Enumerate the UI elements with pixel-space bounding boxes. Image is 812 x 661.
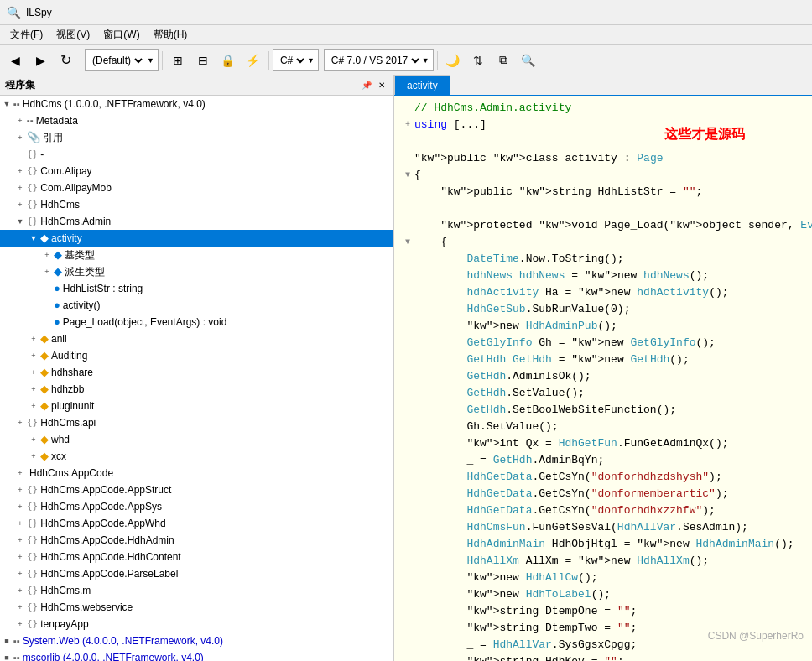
tree-expand-icon[interactable]: +: [27, 449, 40, 464]
sort-button[interactable]: ⇅: [466, 49, 490, 72]
tree-expand-icon[interactable]: +: [13, 197, 27, 212]
tree-item[interactable]: ▼▪▪HdhCms (1.0.0.0, .NETFramework, v4.0): [0, 96, 393, 112]
tree-expand-icon[interactable]: ■: [0, 650, 13, 661]
tree-item[interactable]: +{}HdhCms.AppCode.HdhAdmin: [0, 532, 393, 549]
tree-expand-icon[interactable]: +: [13, 466, 27, 481]
refresh-button[interactable]: ↻: [54, 49, 77, 72]
tree-expand-icon[interactable]: +: [13, 113, 27, 128]
tree-item[interactable]: ●HdhListStr : string: [0, 280, 393, 297]
tree-item[interactable]: +◆pluginunit: [0, 398, 393, 414]
tree-expand-icon[interactable]: ▼: [0, 96, 13, 112]
tree-expand-icon[interactable]: +: [13, 415, 27, 430]
tree-item[interactable]: +◆anli: [0, 330, 393, 347]
tree-item[interactable]: +{}tenpayApp: [0, 616, 393, 632]
tree-item[interactable]: +◆基类型: [0, 247, 393, 263]
tree-item[interactable]: ●Page_Load(object, EventArgs) : void: [0, 314, 393, 330]
forward-button[interactable]: ▶: [29, 49, 52, 72]
menu-file[interactable]: 文件(F): [3, 26, 49, 44]
tree-expand-icon[interactable]: +: [13, 617, 27, 632]
fold-button[interactable]: ▼: [401, 167, 414, 184]
version-dropdown[interactable]: C# 7.0 / VS 2017 ▼: [324, 49, 434, 71]
tree-expand-icon[interactable]: +: [27, 348, 40, 363]
assembly-dropdown[interactable]: (Default) ▼: [85, 49, 159, 71]
assembly-select[interactable]: (Default): [89, 54, 145, 67]
tree-expand-icon[interactable]: +: [13, 516, 27, 531]
tree-expand-icon[interactable]: +: [13, 482, 27, 497]
btn1[interactable]: ⊞: [166, 49, 190, 72]
tree-item[interactable]: +◆whd: [0, 431, 393, 448]
tree-expand-icon[interactable]: +: [13, 583, 27, 598]
tree-item[interactable]: ■▪▪System.Web (4.0.0.0, .NETFramework, v…: [0, 632, 393, 649]
search-button[interactable]: 🔍: [517, 49, 540, 72]
tree-item[interactable]: +◆hdhshare: [0, 364, 393, 381]
btn3[interactable]: 🔒: [216, 49, 240, 72]
panel-pin-button[interactable]: 📌: [360, 79, 373, 92]
tree-expand-icon[interactable]: +: [13, 130, 27, 145]
code-line: GetHdh.SetValue();: [401, 385, 805, 402]
namespace-icon: {}: [27, 147, 38, 162]
tree-label: 派生类型: [65, 264, 105, 279]
fold-button[interactable]: +: [401, 117, 414, 133]
tree-item[interactable]: ●activity(): [0, 297, 393, 314]
tree-item[interactable]: +{}Com.Alipay: [0, 163, 393, 180]
tree-expand-icon[interactable]: +: [27, 382, 40, 397]
lang-select[interactable]: C#: [277, 54, 307, 67]
lang-dropdown[interactable]: C# ▼: [273, 49, 319, 71]
assembly-tree[interactable]: ▼▪▪HdhCms (1.0.0.0, .NETFramework, v4.0)…: [0, 96, 393, 661]
tree-item[interactable]: +◆派生类型: [0, 263, 393, 280]
tree-item[interactable]: +◆hdhzbb: [0, 381, 393, 398]
menu-help[interactable]: 帮助(H): [147, 26, 195, 44]
tree-expand-icon[interactable]: +: [27, 432, 40, 447]
tree-item[interactable]: +{}HdhCms: [0, 196, 393, 213]
menu-window[interactable]: 窗口(W): [96, 26, 146, 44]
tree-item[interactable]: +{}HdhCms.AppCode.HdhContent: [0, 549, 393, 565]
tree-expand-icon[interactable]: +: [27, 398, 40, 414]
code-text: HdhAdminMain HdhObjHtgl = "kw">new HdhAd…: [414, 536, 794, 553]
tree-expand-icon[interactable]: +: [13, 180, 27, 195]
tree-expand-icon[interactable]: +: [27, 365, 40, 380]
tree-item[interactable]: {}-: [0, 146, 393, 163]
tree-expand-icon[interactable]: +: [13, 600, 27, 615]
tree-item[interactable]: +▪▪Metadata: [0, 112, 393, 129]
tree-expand-icon[interactable]: +: [27, 331, 40, 346]
tree-item[interactable]: +{}HdhCms.AppCode.AppStruct: [0, 481, 393, 498]
panel-close-button[interactable]: ✕: [375, 79, 388, 92]
tree-expand-icon[interactable]: +: [13, 164, 27, 179]
version-select[interactable]: C# 7.0 / VS 2017: [328, 54, 422, 67]
tree-expand-icon[interactable]: +: [40, 247, 54, 263]
tree-item[interactable]: +{}HdhCms.api: [0, 414, 393, 431]
back-button[interactable]: ◀: [3, 49, 27, 72]
tree-expand-icon[interactable]: +: [40, 264, 54, 279]
tree-expand-icon[interactable]: ■: [0, 633, 13, 648]
code-line: hdhActivity Ha = "kw">new hdhActivity();: [401, 284, 805, 301]
tree-item[interactable]: ▼◆activity: [0, 230, 393, 247]
tree-item[interactable]: +{}HdhCms.AppCode.AppWhd: [0, 515, 393, 532]
tree-expand-icon[interactable]: +: [13, 566, 27, 581]
tree-item[interactable]: +HdhCms.AppCode: [0, 465, 393, 481]
tree-item[interactable]: +📎引用: [0, 129, 393, 146]
tree-expand-icon[interactable]: +: [13, 533, 27, 548]
tree-item[interactable]: +◆xcx: [0, 448, 393, 465]
fold-button[interactable]: ▼: [401, 234, 414, 251]
copy-button[interactable]: ⧉: [492, 49, 515, 72]
tree-item[interactable]: +◆Auditing: [0, 347, 393, 364]
tree-expand-icon[interactable]: +: [13, 499, 27, 514]
tree-item[interactable]: ■▪▪mscorlib (4.0.0.0, .NETFramework, v4.…: [0, 649, 393, 661]
tree-item[interactable]: +{}Com.AlipayMob: [0, 180, 393, 196]
tree-item[interactable]: +{}HdhCms.m: [0, 582, 393, 599]
code-tab-activity[interactable]: activity: [394, 75, 450, 95]
btn4[interactable]: ⚡: [242, 49, 265, 72]
tree-item[interactable]: +{}HdhCms.webservice: [0, 599, 393, 616]
tree-expand-icon[interactable]: ▼: [13, 214, 27, 229]
btn2[interactable]: ⊟: [191, 49, 215, 72]
tree-item[interactable]: ▼{}HdhCms.Admin: [0, 213, 393, 230]
code-area[interactable]: 这些才是源码 // HdhCms.Admin.activity+using [.…: [394, 96, 812, 661]
code-text: {: [414, 234, 447, 251]
class-icon: ◆: [40, 382, 49, 397]
tree-expand-icon[interactable]: +: [13, 549, 27, 565]
tree-expand-icon[interactable]: ▼: [27, 231, 40, 246]
tree-item[interactable]: +{}HdhCms.AppCode.ParseLabel: [0, 565, 393, 582]
menu-view[interactable]: 视图(V): [49, 26, 96, 44]
tree-item[interactable]: +{}HdhCms.AppCode.AppSys: [0, 498, 393, 515]
moon-button[interactable]: 🌙: [441, 49, 465, 72]
